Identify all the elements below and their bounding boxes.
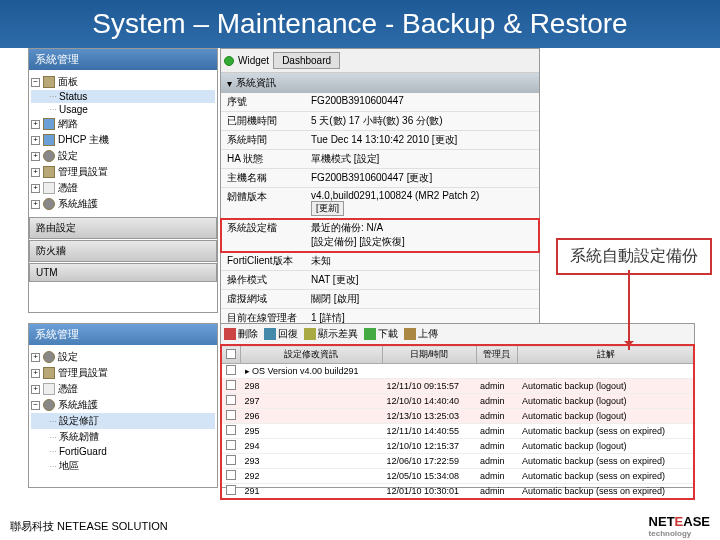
upload-icon [404,328,416,340]
tree-dots-icon: ⋯ [49,417,56,426]
expand-icon[interactable]: + [31,200,40,209]
tree-config[interactable]: +設定 [31,148,215,164]
row-host: 主機名稱FG200B3910600447 [更改] [221,169,539,188]
panel1-header: 系統管理 [29,49,217,70]
row-checkbox[interactable] [226,470,236,480]
tree-cert[interactable]: +憑證 [31,180,215,196]
cert-icon [43,182,55,194]
row-checkbox[interactable] [226,365,236,375]
tree-usage[interactable]: ⋯Usage [31,103,215,116]
tree-dhcp[interactable]: +DHCP 主機 [31,132,215,148]
expand-icon[interactable]: + [31,120,40,129]
footer-logo: NETEASEtechnology [649,514,710,538]
gear-icon [43,351,55,363]
footer-left: 聯易科技 NETEASE SOLUTION [10,519,168,534]
row-checkbox[interactable] [226,380,236,390]
dashboard-icon [43,76,55,88]
table-row[interactable]: ▸ OS Version v4.00 build291 [222,364,694,379]
tree-dots-icon: ⋯ [49,105,56,114]
tree2-area[interactable]: ⋯地區 [31,458,215,474]
tb-upload[interactable]: 上傳 [404,327,438,341]
col-date[interactable]: 日期/時間 [382,346,476,364]
expand-icon[interactable]: + [31,184,40,193]
col-note[interactable]: 註解 [518,346,694,364]
expand-icon[interactable]: + [31,168,40,177]
row-checkbox[interactable] [226,440,236,450]
expand-icon[interactable]: + [31,152,40,161]
table-row[interactable]: 29712/10/10 14:40:40adminAutomatic backu… [222,394,694,409]
tb-revert[interactable]: 回復 [264,327,298,341]
network-icon [43,118,55,130]
row-checkbox[interactable] [226,395,236,405]
tree-1: −面板 ⋯Status ⋯Usage +網路 +DHCP 主機 +設定 +管理員… [29,70,217,216]
tab-dashboard[interactable]: Dashboard [273,52,340,69]
admin-icon [43,367,55,379]
table-row[interactable]: 29812/11/10 09:15:57adminAutomatic backu… [222,379,694,394]
row-opmode: 操作模式NAT [更改] [221,271,539,290]
row-serial: 序號FG200B3910600447 [221,93,539,112]
status-dot-icon [224,56,234,66]
tree-2: +設定 +管理員設置 +憑證 −系統維護 ⋯設定修訂 ⋯系統韌體 ⋯FortiG… [29,345,217,478]
rev-table: 設定修改資訊 日期/時間 管理員 註解 ▸ OS Version v4.00 b… [221,345,694,499]
row-checkbox[interactable] [226,410,236,420]
slide-title: System – Maintenance - Backup & Restore [0,0,720,48]
col-check[interactable] [222,346,241,364]
callout-autobackup: 系統自動設定備份 [556,238,712,275]
panel-sysmanage-1: 系統管理 −面板 ⋯Status ⋯Usage +網路 +DHCP 主機 +設定… [28,48,218,313]
tree2-cert[interactable]: +憑證 [31,381,215,397]
tree-network[interactable]: +網路 [31,116,215,132]
tree-status[interactable]: ⋯Status [31,90,215,103]
tree-maint[interactable]: +系統維護 [31,196,215,212]
tree-dots-icon: ⋯ [49,433,56,442]
table-row[interactable]: 29512/11/10 14:40:55adminAutomatic backu… [222,424,694,439]
row-fw: 韌體版本v4.0,build0291,100824 (MR2 Patch 2)[… [221,188,539,219]
table-row[interactable]: 29112/01/10 10:30:01adminAutomatic backu… [222,484,694,499]
row-checkbox[interactable] [226,425,236,435]
col-admin[interactable]: 管理員 [476,346,518,364]
tree2-fw[interactable]: ⋯系統韌體 [31,429,215,445]
maint-icon [43,198,55,210]
collapse-icon[interactable]: − [31,401,40,410]
rev-table-wrap: 設定修改資訊 日期/時間 管理員 註解 ▸ OS Version v4.00 b… [221,345,694,499]
row-systime: 系統時間Tue Dec 14 13:10:42 2010 [更改] [221,131,539,150]
tree-admin[interactable]: +管理員設置 [31,164,215,180]
row-ha: HA 狀態單機模式 [設定] [221,150,539,169]
diff-icon [304,328,316,340]
btns-backup-restore[interactable]: [設定備份] [設定恢復] [311,236,405,247]
tree2-config[interactable]: +設定 [31,349,215,365]
expand-icon[interactable]: + [31,136,40,145]
table-row[interactable]: 29612/13/10 13:25:03adminAutomatic backu… [222,409,694,424]
section-router[interactable]: 路由設定 [29,217,217,239]
expand-icon[interactable]: + [31,369,40,378]
tree-dashboard[interactable]: −面板 [31,74,215,90]
widget-label: Widget [238,55,269,66]
collapse-icon[interactable]: − [31,78,40,87]
section-utm[interactable]: UTM [29,263,217,282]
row-fcv: FortiClient版本未知 [221,252,539,271]
tree2-cfgrev[interactable]: ⋯設定修訂 [31,413,215,429]
panel2-header: 系統管理 [29,324,217,345]
expand-icon[interactable]: + [31,385,40,394]
tree2-fg[interactable]: ⋯FortiGuard [31,445,215,458]
table-row[interactable]: 29412/10/10 12:15:37adminAutomatic backu… [222,439,694,454]
col-rev[interactable]: 設定修改資訊 [241,346,383,364]
dhcp-icon [43,134,55,146]
row-checkbox[interactable] [226,485,236,495]
tb-download[interactable]: 下載 [364,327,398,341]
tree2-maint[interactable]: −系統維護 [31,397,215,413]
tb-diff[interactable]: 顯示差異 [304,327,358,341]
tb-delete[interactable]: 刪除 [224,327,258,341]
tree2-admin[interactable]: +管理員設置 [31,365,215,381]
download-icon [364,328,376,340]
row-checkbox[interactable] [226,455,236,465]
btn-update[interactable]: [更新] [311,201,344,216]
section-firewall[interactable]: 防火牆 [29,240,217,262]
table-row[interactable]: 29212/05/10 15:34:08adminAutomatic backu… [222,469,694,484]
expand-icon[interactable]: + [31,353,40,362]
sysinfo-panel: ▾系統資訊 序號FG200B3910600447 已開機時間5 天(數) 17 … [221,73,539,328]
footer: 聯易科技 NETEASE SOLUTION NETEASEtechnology [0,514,720,538]
chevron-down-icon[interactable]: ▾ [227,78,232,89]
table-row[interactable]: 29312/06/10 17:22:59adminAutomatic backu… [222,454,694,469]
maint-icon [43,399,55,411]
cert-icon [43,383,55,395]
